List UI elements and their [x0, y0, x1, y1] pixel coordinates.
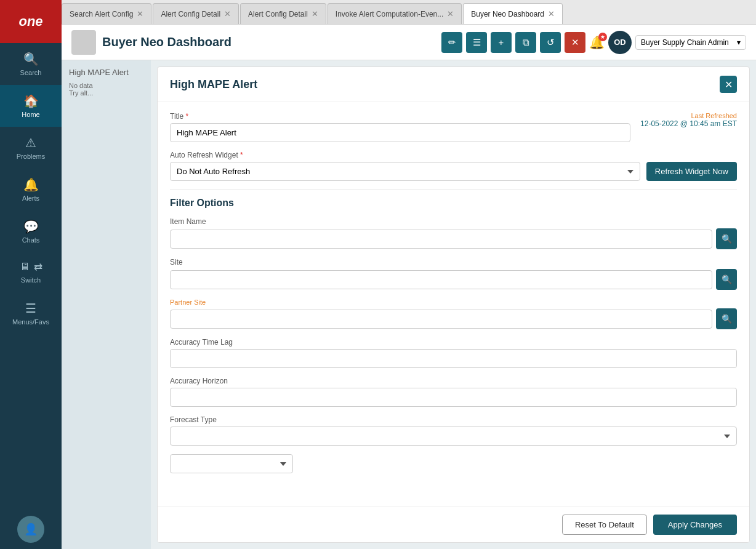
partner-site-search-button[interactable]: 🔍	[716, 308, 737, 329]
problems-icon: ⚠	[25, 135, 36, 150]
divider	[170, 190, 737, 190]
apply-changes-button[interactable]: Apply Changes	[653, 515, 737, 535]
forecast-type-row: Forecast Type	[170, 415, 737, 446]
auto-refresh-label: Auto Refresh Widget *	[170, 151, 737, 159]
user-avatar[interactable]: 👤	[17, 516, 44, 543]
copy-button[interactable]: ⧉	[515, 32, 536, 53]
sidebar-item-menus[interactable]: ☰ Menus/Favs	[0, 292, 62, 334]
main-area: Search Alert Config ✕ Alert Config Detai…	[62, 0, 756, 549]
page-avatar	[71, 30, 96, 55]
page-title: Buyer Neo Dashboard	[102, 35, 435, 49]
sidebar-item-search[interactable]: 🔍 Search	[0, 43, 62, 85]
accuracy-horizon-label: Accuracy Horizon	[170, 377, 737, 385]
forecast-type-label: Forecast Type	[170, 415, 737, 424]
item-name-field: 🔍	[170, 228, 737, 249]
form-footer: Reset To Default Apply Changes	[158, 507, 749, 542]
item-name-row: Item Name 🔍	[170, 217, 737, 249]
tab-close-4[interactable]: ✕	[548, 9, 555, 18]
form-body: Title * Last Refreshed 12-05-2022 @ 10:4…	[158, 102, 749, 507]
menus-icon: ☰	[25, 301, 36, 316]
auto-refresh-controls: Do Not Auto Refresh Refresh Widget Now	[170, 162, 737, 181]
sidebar-bottom: 👤	[0, 516, 62, 549]
refresh-now-button[interactable]: Refresh Widget Now	[646, 162, 737, 181]
home-icon: 🏠	[23, 94, 39, 108]
item-name-label: Item Name	[170, 217, 737, 226]
site-label: Site	[170, 258, 737, 266]
tab-alert-config-detail-1[interactable]: Alert Config Detail ✕	[153, 3, 239, 24]
title-required: *	[186, 112, 189, 121]
tab-close-0[interactable]: ✕	[137, 9, 143, 18]
role-selector[interactable]: Buyer Supply Chain Admin ▾	[635, 35, 746, 50]
search-icon: 🔍	[722, 234, 732, 244]
bottom-dropdown-row	[170, 454, 737, 473]
sidebar-item-switch[interactable]: 🖥 ⇄ Switch	[0, 252, 62, 292]
tab-bar: Search Alert Config ✕ Alert Config Detai…	[62, 0, 756, 25]
partner-site-row: Partner Site 🔍	[170, 299, 737, 329]
tab-buyer-neo-dashboard[interactable]: Buyer Neo Dashboard ✕	[463, 3, 563, 24]
sidebar-item-alerts[interactable]: 🔔 Alerts	[0, 169, 62, 210]
title-input[interactable]	[170, 123, 630, 142]
switch-icon-1: 🖥	[20, 261, 30, 274]
edit-button[interactable]: ✏	[441, 32, 462, 53]
last-refreshed-section: Last Refreshed 12-05-2022 @ 10:45 am EST	[640, 112, 737, 128]
auto-refresh-row: Auto Refresh Widget * Do Not Auto Refres…	[170, 151, 737, 181]
tab-close-2[interactable]: ✕	[312, 9, 318, 18]
site-row: Site 🔍	[170, 258, 737, 290]
accuracy-time-lag-row: Accuracy Time Lag	[170, 338, 737, 368]
filter-options-title: Filter Options	[170, 198, 737, 209]
auto-refresh-select[interactable]: Do Not Auto Refresh	[170, 162, 640, 181]
tab-alert-config-detail-2[interactable]: Alert Config Detail ✕	[240, 3, 326, 24]
accuracy-horizon-input[interactable]	[170, 388, 737, 407]
tab-close-3[interactable]: ✕	[447, 9, 454, 18]
bottom-dropdown-select[interactable]	[170, 454, 293, 473]
reset-to-default-button[interactable]: Reset To Default	[562, 515, 647, 535]
sidebar-item-chats[interactable]: 💬 Chats	[0, 210, 62, 252]
refresh-button[interactable]: ↺	[540, 32, 561, 53]
left-panel-text: No dataTry alt...	[69, 82, 143, 97]
auto-refresh-select-wrap: Do Not Auto Refresh	[170, 162, 640, 181]
tab-search-alert-config[interactable]: Search Alert Config ✕	[62, 3, 151, 24]
notification-badge: ★	[598, 33, 607, 41]
last-refreshed-value: 12-05-2022 @ 10:45 am EST	[640, 119, 737, 128]
sidebar: one 🔍 Search 🏠 Home ⚠ Problems 🔔 Alerts …	[0, 0, 62, 549]
sidebar-item-problems[interactable]: ⚠ Problems	[0, 127, 62, 169]
chats-icon: 💬	[23, 219, 39, 234]
title-section: Title *	[170, 112, 630, 142]
title-refresh-row: Title * Last Refreshed 12-05-2022 @ 10:4…	[170, 112, 737, 142]
accuracy-horizon-row: Accuracy Horizon	[170, 377, 737, 407]
list-button[interactable]: ☰	[466, 32, 487, 53]
partner-site-input[interactable]	[170, 310, 712, 329]
avatar-icon: 👤	[24, 523, 38, 536]
close-dashboard-button[interactable]: ✕	[565, 32, 585, 53]
search-icon: 🔍	[722, 274, 732, 284]
title-label: Title *	[170, 112, 630, 121]
notification-bell[interactable]: 🔔 ★	[589, 35, 605, 50]
tab-close-1[interactable]: ✕	[224, 9, 231, 18]
app-logo[interactable]: one	[0, 0, 62, 43]
alerts-icon: 🔔	[23, 177, 39, 192]
tab-invoke-alert[interactable]: Invoke Alert Computation-Even... ✕	[328, 3, 462, 24]
forecast-type-select[interactable]	[170, 427, 737, 446]
left-panel: High MAPE Alert No dataTry alt...	[62, 60, 151, 549]
item-name-input[interactable]	[170, 230, 712, 249]
sidebar-item-home[interactable]: 🏠 Home	[0, 85, 62, 127]
form-header: High MAPE Alert ✕	[158, 67, 749, 102]
partner-site-field: 🔍	[170, 308, 737, 329]
form-close-button[interactable]: ✕	[720, 76, 737, 93]
left-panel-title: High MAPE Alert	[69, 68, 143, 77]
forecast-type-dropdown-row	[170, 427, 737, 446]
site-input[interactable]	[170, 270, 712, 289]
user-initials[interactable]: OD	[608, 31, 632, 54]
partner-site-label: Partner Site	[170, 299, 737, 306]
accuracy-time-lag-label: Accuracy Time Lag	[170, 338, 737, 347]
site-field: 🔍	[170, 269, 737, 290]
item-name-search-button[interactable]: 🔍	[716, 228, 737, 249]
switch-icon-2: ⇄	[34, 261, 42, 274]
form-panel: High MAPE Alert ✕ Title * Last Refresh	[157, 66, 750, 543]
header-actions: ✏ ☰ + ⧉ ↺ ✕ 🔔 ★ OD Buyer Supply Chain Ad…	[441, 31, 746, 54]
add-button[interactable]: +	[491, 32, 512, 53]
accuracy-time-lag-input[interactable]	[170, 349, 737, 368]
search-icon: 🔍	[23, 52, 39, 66]
site-search-button[interactable]: 🔍	[716, 269, 737, 290]
form-title: High MAPE Alert	[170, 78, 720, 91]
